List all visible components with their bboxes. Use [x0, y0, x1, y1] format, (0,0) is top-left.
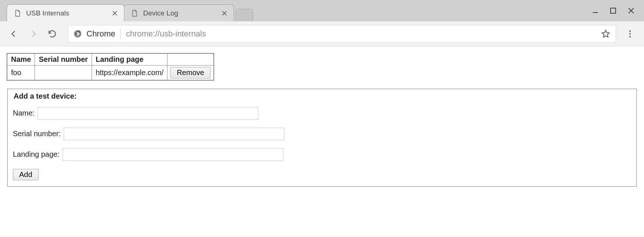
- landing-input[interactable]: [63, 148, 283, 161]
- col-landing: Landing page: [92, 53, 167, 65]
- toolbar: Chrome chrome://usb-internals: [0, 21, 644, 46]
- tab-strip: USB Internals Device Log: [0, 0, 644, 21]
- name-label: Name:: [13, 109, 35, 117]
- origin-label: Chrome: [86, 29, 115, 39]
- bookmark-star-icon[interactable]: [601, 29, 611, 39]
- add-button[interactable]: Add: [13, 169, 39, 180]
- omnibox[interactable]: Chrome chrome://usb-internals: [68, 25, 616, 43]
- svg-rect-0: [611, 8, 616, 13]
- close-window-icon[interactable]: [627, 7, 635, 15]
- page-icon: [131, 9, 139, 17]
- new-tab-button[interactable]: [236, 9, 253, 21]
- table-row: foo https://example.com/ Remove: [7, 65, 214, 80]
- close-icon[interactable]: [111, 9, 119, 17]
- cell-landing: https://example.com/: [92, 65, 167, 80]
- cell-name: foo: [7, 65, 35, 80]
- svg-point-4: [629, 33, 631, 34]
- name-input[interactable]: [38, 107, 258, 120]
- tab-title: Device Log: [143, 9, 216, 17]
- window-controls: [592, 0, 641, 21]
- back-button[interactable]: [6, 26, 22, 42]
- svg-point-3: [629, 30, 631, 32]
- menu-button[interactable]: [622, 26, 638, 42]
- page-content: Name Serial number Landing page foo http…: [0, 46, 644, 193]
- col-name: Name: [7, 53, 35, 65]
- devices-table: Name Serial number Landing page foo http…: [7, 53, 214, 81]
- chrome-origin-chip: Chrome: [73, 29, 115, 39]
- serial-input[interactable]: [64, 128, 284, 140]
- minimize-icon[interactable]: [592, 7, 599, 14]
- forward-button[interactable]: [25, 26, 41, 42]
- svg-point-5: [629, 36, 631, 37]
- url-text: chrome://usb-internals: [126, 29, 596, 39]
- remove-button[interactable]: Remove: [170, 67, 210, 78]
- cell-serial: [35, 65, 92, 80]
- close-icon[interactable]: [220, 9, 229, 17]
- chrome-icon: [73, 29, 82, 38]
- landing-label: Landing page:: [13, 150, 60, 159]
- col-action: [167, 53, 214, 65]
- tab-device-log[interactable]: Device Log: [124, 4, 234, 21]
- reload-button[interactable]: [44, 26, 60, 42]
- cell-action: Remove: [167, 65, 214, 80]
- tab-usb-internals[interactable]: USB Internals: [7, 4, 124, 21]
- serial-label: Serial number:: [13, 130, 61, 138]
- add-device-legend: Add a test device:: [13, 92, 77, 100]
- col-serial: Serial number: [35, 53, 92, 65]
- add-device-fieldset: Add a test device: Name: Serial number: …: [7, 89, 637, 187]
- page-icon: [14, 9, 22, 17]
- tab-title: USB Internals: [26, 9, 106, 17]
- separator: [120, 28, 121, 39]
- maximize-icon[interactable]: [609, 7, 617, 14]
